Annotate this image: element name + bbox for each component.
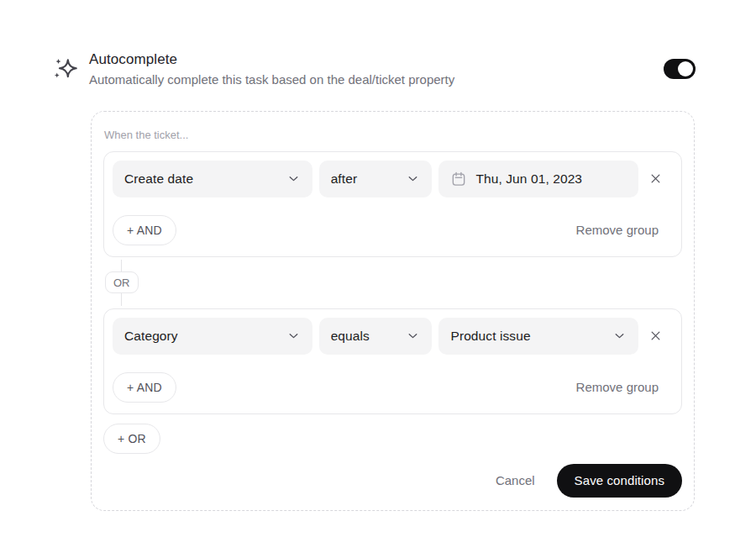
chevron-down-icon	[406, 329, 420, 343]
autocomplete-toggle[interactable]	[664, 59, 696, 79]
toggle-knob	[678, 61, 693, 76]
operator-select-value: after	[331, 171, 398, 187]
property-select-value: Create date	[124, 171, 278, 187]
add-or-row: + OR	[103, 424, 682, 454]
or-connector: OR	[103, 257, 682, 308]
group-actions: + AND Remove group	[113, 372, 673, 403]
remove-group-button[interactable]: Remove group	[576, 223, 659, 237]
condition-group-1: Create date after	[103, 151, 682, 257]
save-conditions-button[interactable]: Save conditions	[557, 464, 682, 498]
header-text: Autocomplete Automatically complete this…	[89, 50, 655, 88]
property-select-value: Category	[124, 329, 278, 344]
value-select[interactable]: Product issue	[438, 318, 638, 355]
property-select[interactable]: Create date	[113, 161, 312, 198]
group-actions: + AND Remove group	[113, 215, 673, 245]
cancel-button[interactable]: Cancel	[496, 473, 535, 487]
page-title: Autocomplete	[89, 50, 655, 68]
date-value: Thu, Jun 01, 2023	[475, 171, 627, 187]
add-and-condition-button[interactable]: + AND	[113, 372, 176, 403]
or-connector-badge: OR	[105, 271, 139, 293]
condition-group-2: Category equals Product issue	[103, 308, 682, 414]
chevron-down-icon	[612, 329, 627, 343]
condition-row: Category equals Product issue	[113, 318, 673, 355]
close-icon	[648, 328, 664, 344]
condition-row: Create date after	[113, 161, 673, 198]
property-select[interactable]: Category	[113, 318, 312, 355]
operator-select-value: equals	[331, 329, 398, 344]
sparkles-icon	[50, 54, 81, 84]
operator-select[interactable]: after	[319, 161, 433, 198]
add-and-condition-button[interactable]: + AND	[113, 215, 176, 245]
condition-builder: When the ticket... Create date after	[91, 111, 695, 511]
autocomplete-header: Autocomplete Automatically complete this…	[50, 50, 696, 88]
chevron-down-icon	[406, 171, 420, 186]
builder-footer: Cancel Save conditions	[103, 464, 682, 498]
value-select-value: Product issue	[450, 329, 604, 344]
operator-select[interactable]: equals	[319, 318, 433, 355]
close-icon	[648, 171, 664, 187]
calendar-icon	[450, 171, 467, 187]
add-or-group-button[interactable]: + OR	[103, 424, 160, 454]
remove-group-button[interactable]: Remove group	[576, 380, 659, 394]
remove-condition-button[interactable]	[645, 169, 665, 189]
intro-label: When the ticket...	[104, 129, 682, 141]
remove-condition-button[interactable]	[645, 326, 665, 346]
page-subtitle: Automatically complete this task based o…	[89, 71, 655, 88]
chevron-down-icon	[286, 171, 301, 186]
chevron-down-icon	[286, 329, 301, 343]
date-value-input[interactable]: Thu, Jun 01, 2023	[438, 161, 638, 198]
